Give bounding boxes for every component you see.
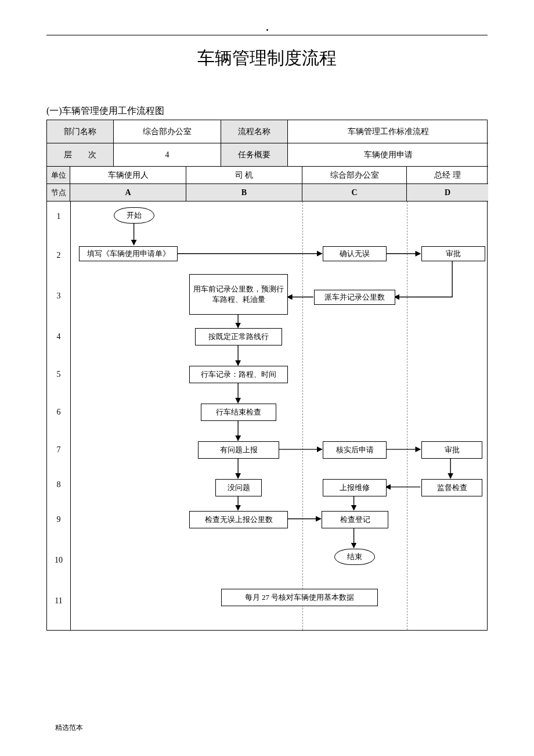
lane-sep-left [70,201,71,630]
swimlane-frame: 部门名称 综合部办公室 流程名称 车辆管理工作标准流程 层 次 4 任务概要 车… [46,120,488,631]
row-9-label: 9 [47,515,70,524]
hdr-node-label: 节点 [47,184,70,201]
row-2-label: 2 [47,251,70,260]
node-d2: 审批 [421,246,485,261]
hdr-flowname-value: 车辆管理工作标准流程 [288,120,488,143]
node-b4: 按既定正常路线行 [195,328,282,345]
node-b6: 行车结束检查 [201,404,276,421]
node-start: 开始 [114,207,154,224]
row-5-label: 5 [47,370,70,379]
row-6-label: 6 [47,408,70,417]
row-11-label: 11 [47,596,70,606]
hdr-unit-label: 单位 [47,167,70,184]
node-c9: 检查登记 [322,511,388,528]
node-c8: 上报维修 [323,479,387,496]
hdr-dept-label: 部门名称 [47,120,114,143]
lane-B-node: B [186,184,302,201]
flow-area: 1 2 3 4 5 6 7 8 9 10 11 [47,201,487,630]
node-b8: 没问题 [215,479,262,496]
node-a2: 填写《车辆使用申请单》 [79,246,178,261]
lane-D-unit: 总经 理 [407,167,488,184]
top-center-dot [266,29,268,31]
hdr-level-label: 层 次 [47,143,114,167]
lane-C-node: C [302,184,407,201]
node-d7: 审批 [421,441,482,459]
hdr-task-value: 车辆使用申请 [288,143,488,167]
node-c7: 核实后申请 [323,441,387,459]
lane-D-node: D [407,184,488,201]
node-b9: 检查无误上报公里数 [189,511,288,528]
lane-C-unit: 综合部办公室 [302,167,407,184]
node-d8: 监督检查 [421,479,482,496]
lane-A-node: A [70,184,186,201]
node-b5: 行车记录：路程、时间 [189,366,288,383]
row-10-label: 10 [47,556,70,565]
node-end: 结束 [334,549,375,565]
row-7-label: 7 [47,445,70,455]
node-b7: 有问题上报 [198,441,279,459]
node-b3: 用车前记录公里数，预测行车路程、耗油量 [189,274,288,315]
lane-sep-BC [302,201,303,630]
node-c3: 派车并记录公里数 [314,290,395,305]
lane-A-unit: 车辆使用人 [70,167,186,184]
lane-sep-CD [407,201,407,630]
row-3-label: 3 [47,291,70,301]
row-8-label: 8 [47,480,70,489]
node-c2: 确认无误 [323,246,387,261]
hdr-flowname-label: 流程名称 [221,120,288,143]
node-b11: 每月 27 号核对车辆使用基本数据 [221,589,378,606]
page-title: 车辆管理制度流程 [46,46,488,70]
row-4-label: 4 [47,332,70,341]
footer-text: 精选范本 [55,723,83,733]
hdr-level-value: 4 [114,143,221,167]
lane-B-unit: 司 机 [186,167,302,184]
hdr-dept-value: 综合部办公室 [114,120,221,143]
hdr-task-label: 任务概要 [221,143,288,167]
section-title: (一)车辆管理使用工作流程图 [46,105,488,117]
top-rule [46,35,488,35]
row-1-label: 1 [47,212,70,221]
